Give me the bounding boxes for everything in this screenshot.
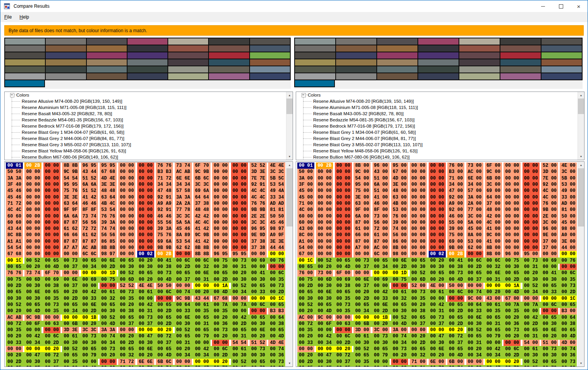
palette-swatch: [209, 73, 249, 80]
tree-item[interactable]: Resene Blast Yellow M48-058-06 [RGB(126,…: [5, 148, 286, 154]
hex-byte-pair: 00 52: [118, 270, 137, 276]
scroll-down-icon[interactable]: ▼: [578, 360, 584, 367]
hex-scrollbar[interactable]: ▲ ▼: [578, 162, 584, 367]
menu-file[interactable]: File: [0, 12, 16, 22]
hex-byte-pair: 00 41: [250, 270, 268, 276]
tree-item[interactable]: Resene Allusive M74-008-20 [RGB(139, 150…: [5, 98, 286, 104]
palette-swatch: [541, 38, 582, 45]
hex-byte-pair: 00 00: [24, 194, 43, 201]
hex-byte-pair: 81 81: [268, 207, 286, 213]
tree-item[interactable]: Resene Aluminium M71-005-08 [RGB(118, 11…: [5, 104, 286, 111]
hex-view-left[interactable]: 00 0100 2B00 008B 8B96 9595 9500 0000 00…: [4, 161, 293, 367]
hex-byte-pair: 00 20: [335, 346, 353, 352]
collapse-icon[interactable]: [10, 93, 14, 97]
close-button[interactable]: ×: [570, 0, 588, 12]
tree-item[interactable]: Resene Blast Grey 3 M55-002-07 [RGB(113,…: [5, 142, 286, 148]
collapse-icon[interactable]: [302, 93, 306, 97]
scroll-up-icon[interactable]: ▲: [578, 162, 584, 168]
hex-byte-pair: 00 20: [391, 352, 410, 358]
hex-row: 00 5200 6500 7300 6500 6E00 6500 2000 42…: [297, 302, 578, 308]
hex-byte-pair: 00 65: [268, 327, 286, 333]
hex-byte-pair: 4C 4C: [250, 188, 268, 194]
palette-swatch: [209, 38, 249, 45]
tree-item[interactable]: Resene Bullion M67-080-06 [RGB(149, 106,…: [296, 154, 578, 160]
hex-byte-pair: 00 00: [485, 359, 504, 365]
scroll-up-icon[interactable]: ▲: [286, 162, 293, 168]
hex-scrollbar[interactable]: ▲ ▼: [286, 162, 293, 367]
hex-byte-pair: 00 00: [62, 270, 81, 276]
hex-row: 00 0100 2B00 008B 0096 0095 0000 0000 00…: [297, 163, 578, 169]
scroll-down-icon[interactable]: ▼: [578, 153, 584, 160]
hex-byte-pair: 00 20: [429, 277, 447, 283]
tree-root-node[interactable]: Colors: [5, 92, 286, 98]
hex-byte-pair: 8F 8F: [81, 207, 100, 213]
tree-item[interactable]: Resene Bedrock M77-016-08 [RGB(179, 172,…: [5, 123, 286, 129]
scrollbar-thumb[interactable]: [578, 168, 584, 226]
tree-item[interactable]: Resene Bedazzle M54-081-35 [RGB(156, 67,…: [5, 117, 286, 123]
tree-item-label: Resene Blast Grey 1 M34-004-07 [RGB(61, …: [313, 130, 416, 135]
tree-scrollbar[interactable]: ▲ ▼: [578, 92, 584, 160]
hex-byte-pair: 00 6E: [175, 315, 193, 321]
scrollbar-thumb[interactable]: [286, 99, 293, 114]
hex-byte-pair: 00 00: [137, 163, 156, 169]
palette-swatch: [250, 59, 290, 66]
scroll-up-icon[interactable]: ▲: [286, 92, 293, 99]
tree-item[interactable]: Resene Bedrock M77-016-08 [RGB(179, 172,…: [296, 123, 578, 129]
tree-item[interactable]: Resene Blast Yellow M48-058-06 [RGB(126,…: [296, 148, 578, 154]
hex-row: 3A 3A00 0000 0054 5451 524D 4E00 0000 00…: [6, 175, 286, 182]
hex-byte-pair: 9F 00: [353, 207, 372, 213]
tree-item[interactable]: Resene Bullion M67-080-06 [RGB(149, 106,…: [5, 154, 286, 160]
hex-byte-pair: 00 2D: [268, 289, 286, 295]
tree-item-label: Resene Blast Grey 2 M44-006-07 [RGB(84, …: [313, 136, 416, 141]
title-bar[interactable]: Compare Results ×: [0, 0, 588, 12]
menu-help[interactable]: Help: [16, 12, 33, 22]
hex-byte-pair: 71 00: [297, 201, 316, 207]
hex-byte-pair: 00 00: [335, 315, 353, 321]
scroll-up-icon[interactable]: ▲: [578, 92, 584, 99]
scrollbar-thumb[interactable]: [286, 168, 293, 226]
scroll-down-icon[interactable]: ▼: [286, 360, 293, 367]
hex-row: 00 2000 4200 6C00 6100 7300 7400 2000 47…: [6, 333, 286, 339]
maximize-button[interactable]: [552, 0, 570, 12]
palette-swatch: [459, 45, 500, 52]
minimize-button[interactable]: [534, 0, 552, 12]
color-tree-right[interactable]: Colors Resene Allusive M74-008-20 [RGB(1…: [296, 92, 585, 160]
hex-byte-pair: 00 73: [560, 283, 578, 289]
tree-item[interactable]: Resene Blast Grey 2 M44-006-07 [RGB(84, …: [296, 135, 578, 142]
hex-byte-pair: 00 00: [250, 308, 268, 314]
hex-byte-pair: 00 47: [485, 365, 504, 367]
hex-byte-pair: 00 20: [410, 333, 428, 339]
tree-root-node[interactable]: Colors: [296, 92, 578, 98]
hex-byte-pair: 00 7A: [212, 302, 231, 308]
tree-item[interactable]: Resene Allusive M74-008-20 [RGB(139, 150…: [296, 98, 578, 104]
tree-item[interactable]: Resene Blast Grey 2 M44-006-07 [RGB(84, …: [5, 135, 286, 142]
scroll-down-icon[interactable]: ▼: [286, 153, 293, 160]
hex-byte-pair: 3A 3A: [175, 194, 193, 201]
hex-byte-pair: 00 6E: [81, 302, 100, 308]
hex-byte-pair: 00 00: [316, 188, 335, 194]
hex-byte-pair: 00 65: [541, 359, 560, 365]
tree-item[interactable]: Resene Basalt M43-005-32 [RGB(82, 78, 80…: [296, 111, 578, 117]
hex-byte-pair: 34 34: [156, 182, 174, 188]
tree-scrollbar[interactable]: ▲ ▼: [286, 92, 293, 160]
hex-byte-pair: 00 00: [43, 245, 62, 251]
hex-view-right[interactable]: 00 0100 2B00 008B 0096 0095 0000 0000 00…: [296, 161, 585, 367]
tree-item[interactable]: Resene Blast Grey 1 M34-004-07 [RGB(61, …: [296, 129, 578, 135]
scrollbar-thumb[interactable]: [578, 99, 584, 114]
palette-swatch: [500, 52, 541, 59]
hex-byte-pair: 45 46: [6, 188, 24, 194]
palette-swatch: [295, 73, 335, 80]
hex-byte-pair: 9C 9B: [175, 296, 193, 302]
hex-byte-pair: 00 34: [466, 352, 485, 358]
hex-byte-pair: 00 30: [372, 340, 391, 346]
tree-item[interactable]: Resene Blast Grey 1 M34-004-07 [RGB(61, …: [5, 129, 286, 135]
tree-item[interactable]: Resene Aluminium M71-005-08 [RGB(118, 11…: [296, 104, 578, 111]
hex-byte-pair: 8B 00: [485, 245, 504, 251]
tree-item[interactable]: Resene Blast Grey 3 M55-002-07 [RGB(113,…: [296, 142, 578, 148]
hex-byte-pair: 00 6C: [447, 289, 466, 295]
palette-swatch: [128, 52, 167, 59]
tree-item[interactable]: Resene Bedazzle M54-081-35 [RGB(156, 67,…: [296, 117, 578, 123]
hex-byte-pair: 4B 00: [391, 201, 410, 207]
tree-item[interactable]: Resene Basalt M43-005-32 [RGB(82, 78, 80…: [5, 111, 286, 117]
color-tree-left[interactable]: Colors Resene Allusive M74-008-20 [RGB(1…: [4, 92, 293, 160]
